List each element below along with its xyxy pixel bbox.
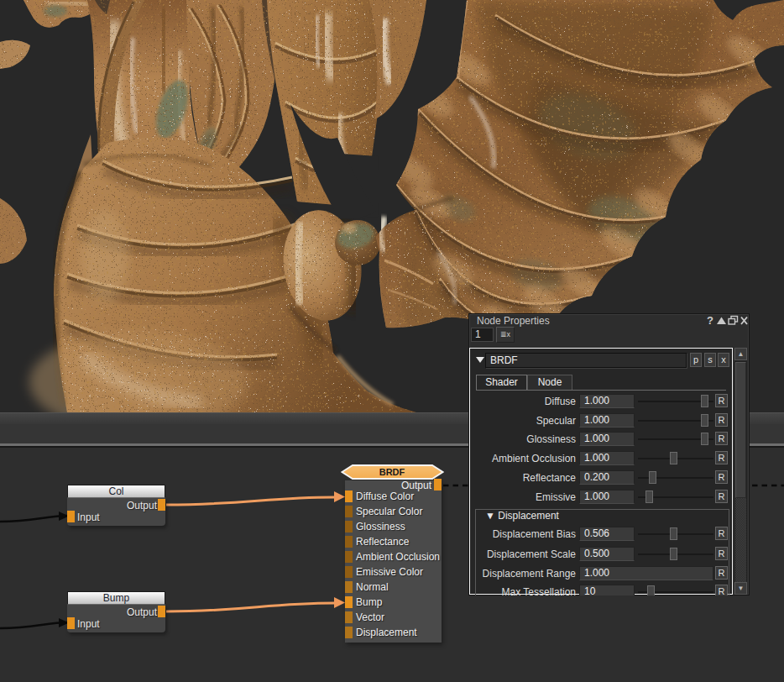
svg-text:BRDF: BRDF [379, 467, 405, 477]
svg-text:?: ? [707, 315, 713, 326]
